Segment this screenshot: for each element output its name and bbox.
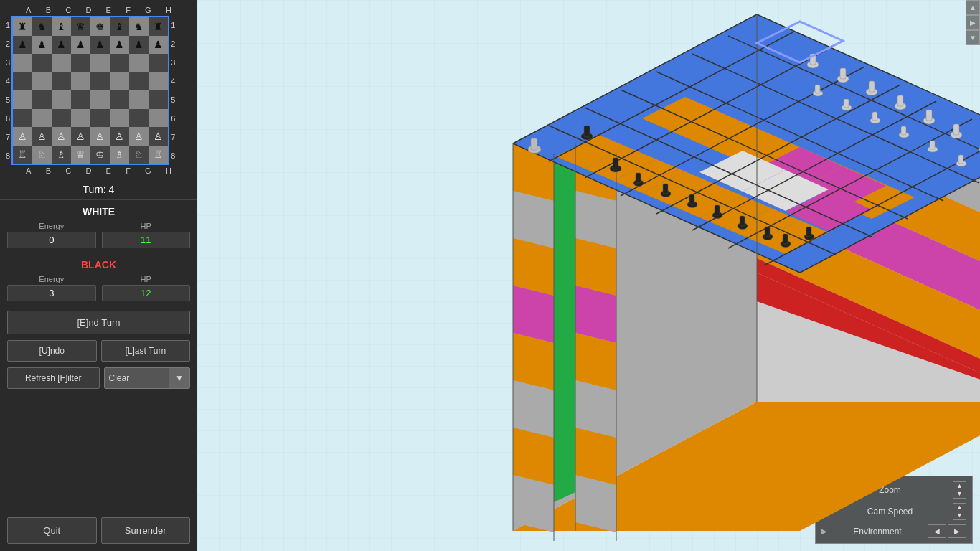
white-energy-label: Energy (39, 222, 64, 230)
chess-cell-3-7[interactable] (149, 72, 168, 91)
board-wrapper: 1 2 3 4 5 6 7 8 ♜♞♝♛♚♝♞♜♟♟♟♟♟♟♟♟♙♙♙♙♙♙♙♙… (6, 16, 192, 165)
chess-cell-2-3[interactable] (71, 54, 90, 72)
chess-cell-6-3[interactable]: ♙ (71, 127, 90, 146)
chess-cell-7-5[interactable]: ♗ (110, 146, 129, 164)
chess-cell-6-5[interactable]: ♙ (110, 127, 129, 146)
chess-cell-5-6[interactable] (129, 109, 149, 128)
scroll-arrows: ▲ ▶ ▼ (966, 0, 980, 45)
surrender-button[interactable]: Surrender (101, 517, 191, 544)
chess-cell-0-5[interactable]: ♝ (110, 17, 129, 36)
chess-cell-0-4[interactable]: ♚ (90, 17, 110, 36)
chess-cell-2-6[interactable] (129, 54, 149, 72)
scroll-right-arrow[interactable]: ▶ (966, 15, 980, 30)
chess-cell-6-7[interactable]: ♙ (149, 127, 168, 146)
chess-cell-1-4[interactable]: ♟ (90, 36, 110, 55)
svg-marker-4 (513, 191, 554, 248)
chess-cell-2-4[interactable] (90, 54, 110, 72)
chess-board[interactable]: ♜♞♝♛♚♝♞♜♟♟♟♟♟♟♟♟♙♙♙♙♙♙♙♙♖♘♗♕♔♗♘♖ (11, 16, 169, 165)
undo-button[interactable]: [U]ndo (7, 340, 97, 362)
chess-cell-3-0[interactable] (13, 72, 32, 91)
refresh-filter-button[interactable]: Refresh [F]ilter (7, 367, 100, 389)
chess-cell-2-7[interactable] (149, 54, 168, 72)
chess-cell-0-3[interactable]: ♛ (71, 17, 90, 36)
chess-cell-6-1[interactable]: ♙ (32, 127, 52, 146)
chess-cell-7-2[interactable]: ♗ (52, 146, 71, 164)
chess-cell-2-2[interactable] (52, 54, 71, 72)
chess-cell-6-0[interactable]: ♙ (13, 127, 32, 146)
chess-cell-3-5[interactable] (110, 72, 129, 91)
svg-rect-82 (815, 85, 820, 93)
chess-cell-1-3[interactable]: ♟ (71, 36, 90, 55)
svg-marker-5 (513, 238, 554, 296)
black-hp-label: HP (141, 275, 151, 283)
chess-cell-5-0[interactable] (13, 109, 32, 128)
chess-cell-0-1[interactable]: ♞ (32, 17, 52, 36)
chess-cell-4-1[interactable] (32, 90, 52, 109)
chess-cell-6-2[interactable]: ♙ (52, 127, 71, 146)
black-section: BLACK Energy 3 HP 12 (0, 255, 197, 304)
chess-cell-4-7[interactable] (149, 90, 168, 109)
chess-cell-5-7[interactable] (149, 109, 168, 128)
svg-rect-74 (926, 110, 932, 121)
chess-cell-5-4[interactable] (90, 109, 110, 128)
undo-row: [U]ndo [L]ast Turn (0, 337, 197, 364)
chess-cell-4-5[interactable] (110, 90, 129, 109)
chess-cell-0-0[interactable]: ♜ (13, 17, 32, 36)
scroll-up-arrow[interactable]: ▲ (966, 0, 980, 15)
svg-rect-68 (840, 68, 846, 79)
svg-marker-12 (575, 191, 616, 248)
svg-rect-96 (584, 126, 590, 137)
chess-cell-1-2[interactable]: ♟ (52, 36, 71, 55)
chess-cell-1-5[interactable]: ♟ (110, 36, 129, 55)
chess-cell-0-7[interactable]: ♜ (149, 17, 168, 36)
chess-cell-6-4[interactable]: ♙ (90, 127, 110, 146)
last-turn-button[interactable]: [L]ast Turn (101, 340, 191, 362)
chess-cell-3-1[interactable] (32, 72, 52, 91)
chess-cell-4-2[interactable] (52, 90, 71, 109)
svg-rect-118 (531, 138, 537, 150)
white-hp-value: 11 (102, 232, 191, 248)
svg-marker-8 (513, 380, 554, 438)
chess-cell-7-7[interactable]: ♖ (149, 146, 168, 164)
chess-cell-2-5[interactable] (110, 54, 129, 72)
row-label-r5: 5 (171, 95, 175, 104)
filter-row: Refresh [F]ilter Clear ▼ (0, 364, 197, 392)
chess-cell-7-3[interactable]: ♕ (71, 146, 90, 164)
chess-cell-0-2[interactable]: ♝ (52, 17, 71, 36)
chess-cell-7-1[interactable]: ♘ (32, 146, 52, 164)
clear-dropdown[interactable]: Clear ▼ (104, 367, 191, 389)
svg-rect-110 (765, 227, 770, 237)
chess-cell-5-3[interactable] (71, 109, 90, 128)
chess-cell-0-6[interactable]: ♞ (129, 17, 149, 36)
chess-cell-5-2[interactable] (52, 109, 71, 128)
chess-cell-5-1[interactable] (32, 109, 52, 128)
chess-cell-4-4[interactable] (90, 90, 110, 109)
chess-cell-3-2[interactable] (52, 72, 71, 91)
chess-cell-1-6[interactable]: ♟ (129, 36, 149, 55)
col-label-bb: B (46, 166, 51, 175)
chess-cell-4-6[interactable] (129, 90, 149, 109)
chess-cell-5-5[interactable] (110, 109, 129, 128)
chess-cell-1-1[interactable]: ♟ (32, 36, 52, 55)
chess-cell-7-0[interactable]: ♖ (13, 146, 32, 164)
chess-cell-4-3[interactable] (71, 90, 90, 109)
chess-cell-7-4[interactable]: ♔ (90, 146, 110, 164)
quit-button[interactable]: Quit (7, 517, 97, 544)
chess-cell-2-1[interactable] (32, 54, 52, 72)
scroll-down-arrow[interactable]: ▼ (966, 30, 980, 45)
black-hp-value: 12 (102, 285, 191, 301)
chess-cell-7-6[interactable]: ♘ (129, 146, 149, 164)
chess-cell-2-0[interactable] (13, 54, 32, 72)
dropdown-arrow-icon[interactable]: ▼ (169, 368, 189, 388)
chess-cell-1-7[interactable]: ♟ (149, 36, 168, 55)
chess-cell-1-0[interactable]: ♟ (13, 36, 32, 55)
end-turn-button[interactable]: [E]nd Turn (7, 311, 190, 334)
chess-cell-3-3[interactable] (71, 72, 90, 91)
svg-rect-100 (636, 173, 641, 183)
chess-cell-3-4[interactable] (90, 72, 110, 91)
svg-rect-70 (869, 81, 875, 92)
col-label-bd: D (85, 166, 91, 175)
chess-cell-3-6[interactable] (129, 72, 149, 91)
chess-cell-6-6[interactable]: ♙ (129, 127, 149, 146)
chess-cell-4-0[interactable] (13, 90, 32, 109)
